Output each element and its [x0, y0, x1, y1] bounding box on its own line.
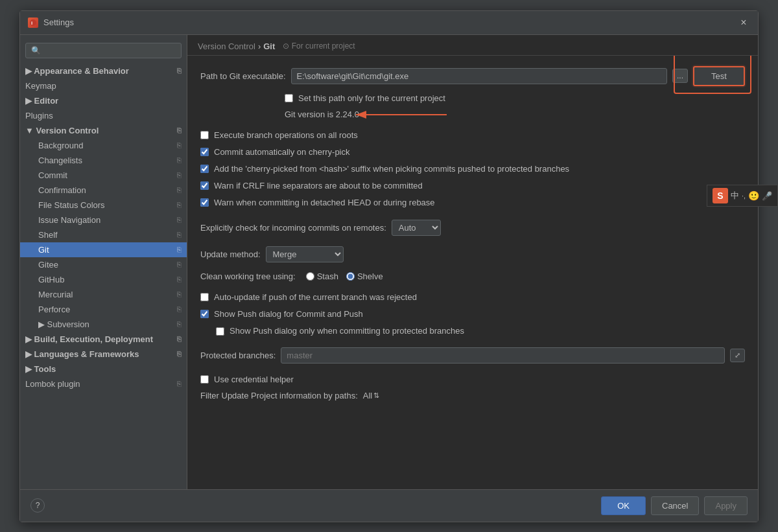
- breadcrumb: Version Control › Git ⊙ For current proj…: [187, 35, 758, 56]
- show-push-protected-row: Show Push dialog only when committing to…: [200, 325, 745, 337]
- update-method-row: Update method: Merge Rebase Branch Defau…: [200, 246, 745, 262]
- sidebar-item-languages-label: ▶ Languages & Frameworks: [25, 349, 139, 359]
- execute-branch-checkbox[interactable]: [200, 131, 209, 139]
- help-button[interactable]: ?: [30, 498, 45, 513]
- incoming-commits-label: Explicitly check for incoming commits on…: [200, 223, 386, 233]
- sidebar-item-changelists-label: Changelists: [38, 156, 82, 165]
- dialog-footer: ? OK Cancel Apply: [20, 489, 758, 522]
- show-push-checkbox[interactable]: [200, 310, 209, 318]
- sidebar-item-shelf[interactable]: Shelf ⎘: [20, 227, 187, 242]
- search-input[interactable]: [43, 46, 176, 55]
- browse-button[interactable]: ...: [672, 69, 688, 83]
- sidebar-item-gitee-label: Gitee: [38, 260, 58, 270]
- commit-cherry-pick-checkbox[interactable]: [200, 148, 209, 156]
- update-method-select[interactable]: Merge Rebase Branch Default: [266, 246, 344, 262]
- use-credential-row: Use credential helper: [200, 374, 745, 386]
- expand-protected-button[interactable]: ⤢: [730, 349, 745, 362]
- cl-copy-icon: ⎘: [177, 156, 182, 164]
- sidebar-item-commit-label: Commit: [38, 170, 67, 180]
- sidebar-item-gitee[interactable]: Gitee ⎘: [20, 257, 187, 272]
- sidebar-item-appearance-label: ▶ Appearance & Behavior: [25, 66, 129, 76]
- git-copy-icon: ⎘: [177, 246, 182, 253]
- shelve-radio[interactable]: [346, 272, 355, 281]
- show-push-label: Show Push dialog for Commit and Push: [214, 308, 363, 320]
- sidebar-item-tools[interactable]: ▶ Tools: [20, 362, 187, 376]
- warn-crlf-row: Warn if CRLF line separators are about t…: [200, 180, 745, 192]
- incoming-commits-select[interactable]: Auto Always Never: [392, 220, 441, 236]
- add-cherry-row: Add the 'cherry-picked from <hash>' suff…: [200, 163, 745, 175]
- sidebar-item-confirmation[interactable]: Confirmation ⎘: [20, 183, 187, 198]
- sidebar-item-lombok[interactable]: Lombok plugin ⎘: [20, 376, 187, 391]
- warn-crlf-checkbox[interactable]: [200, 181, 209, 190]
- filter-value-text: All: [363, 391, 372, 400]
- shelve-option: Shelve: [346, 272, 383, 281]
- commit-cherry-pick-label: Commit automatically on cherry-pick: [214, 146, 350, 158]
- sidebar-item-subversion[interactable]: ▶ Subversion ⎘: [20, 317, 187, 332]
- path-row: Path to Git executable: E:\software\git\…: [200, 66, 745, 86]
- sidebar-item-commit[interactable]: Commit ⎘: [20, 168, 187, 183]
- sidebar-item-changelists[interactable]: Changelists ⎘: [20, 153, 187, 168]
- push-protected-checkbox[interactable]: [216, 327, 224, 336]
- auto-update-label: Auto-update if push of the current branc…: [214, 292, 417, 303]
- sidebar-item-background-label: Background: [38, 141, 83, 150]
- clean-working-tree-row: Clean working tree using: Stash Shelve: [200, 272, 745, 281]
- warn-detached-label: Warn when committing in detached HEAD or…: [214, 197, 435, 209]
- use-credential-checkbox[interactable]: [200, 375, 209, 384]
- sidebar-item-editor-label: ▶ Editor: [25, 96, 58, 106]
- sidebar-item-build[interactable]: ▶ Build, Execution, Deployment ⎘: [20, 332, 187, 347]
- apply-button[interactable]: Apply: [704, 496, 748, 515]
- sidebar-item-mercurial[interactable]: Mercurial ⎘: [20, 287, 187, 302]
- add-cherry-checkbox[interactable]: [200, 165, 209, 173]
- search-icon: 🔍: [31, 46, 41, 55]
- sidebar-item-languages[interactable]: ▶ Languages & Frameworks ⎘: [20, 347, 187, 362]
- build-copy-icon: ⎘: [177, 335, 182, 343]
- title-bar: i Settings ×: [20, 11, 758, 35]
- sidebar-item-plugins[interactable]: Plugins: [20, 108, 187, 123]
- shelve-label: Shelve: [357, 272, 383, 281]
- sidebar-item-fsc-label: File Status Colors: [38, 200, 105, 210]
- dot-label: ·,: [742, 192, 746, 200]
- lang-copy-icon: ⎘: [177, 350, 182, 358]
- path-input[interactable]: E:\software\git\Git\cmd\git.exe: [291, 68, 667, 84]
- sidebar-item-file-status-colors[interactable]: File Status Colors ⎘: [20, 198, 187, 213]
- sidebar-item-background[interactable]: Background ⎘: [20, 138, 187, 153]
- protected-branches-input[interactable]: [281, 347, 725, 364]
- sidebar-item-git[interactable]: Git ⎘: [20, 242, 187, 257]
- conf-copy-icon: ⎘: [177, 186, 182, 194]
- sidebar-item-mercurial-label: Mercurial: [38, 290, 73, 299]
- set-path-label: Set this path only for the current proje…: [298, 93, 445, 104]
- sidebar-item-plugins-label: Plugins: [25, 111, 53, 121]
- warn-detached-row: Warn when committing in detached HEAD or…: [200, 197, 745, 209]
- sidebar-item-editor[interactable]: ▶ Editor: [20, 93, 187, 108]
- set-path-checkbox[interactable]: [285, 94, 293, 102]
- sidebar-item-version-control[interactable]: ▼ Version Control ⎘: [20, 123, 187, 138]
- s-icon: S: [713, 188, 728, 203]
- search-box[interactable]: 🔍: [25, 43, 182, 58]
- sidebar-item-appearance[interactable]: ▶ Appearance & Behavior ⎘: [20, 64, 187, 78]
- stash-label: Stash: [317, 272, 338, 281]
- close-button[interactable]: ×: [737, 16, 750, 29]
- sidebar-item-github[interactable]: GitHub ⎘: [20, 272, 187, 287]
- sidebar-item-issue-navigation[interactable]: Issue Navigation ⎘: [20, 213, 187, 227]
- auto-update-row: Auto-update if push of the current branc…: [200, 292, 745, 303]
- cancel-button[interactable]: Cancel: [651, 496, 699, 515]
- shelf-copy-icon: ⎘: [177, 231, 182, 238]
- sidebar-item-subversion-label: ▶ Subversion: [38, 319, 89, 329]
- bg-copy-icon: ⎘: [177, 141, 182, 149]
- warn-detached-checkbox[interactable]: [200, 198, 209, 207]
- clean-label: Clean working tree using:: [200, 272, 296, 281]
- test-button[interactable]: Test: [693, 66, 745, 86]
- auto-update-checkbox[interactable]: [200, 293, 209, 301]
- sidebar-item-keymap[interactable]: Keymap: [20, 78, 187, 93]
- sidebar-item-vc-label: ▼ Version Control: [25, 126, 99, 135]
- main-content: Version Control › Git ⊙ For current proj…: [187, 35, 758, 489]
- breadcrumb-for-project: ⊙ For current project: [283, 41, 355, 51]
- breadcrumb-current: Git: [263, 41, 275, 51]
- in-copy-icon: ⎘: [177, 216, 182, 224]
- sidebar-item-perforce[interactable]: Perforce ⎘: [20, 302, 187, 317]
- execute-branch-row: Execute branch operations on all roots: [200, 130, 745, 141]
- ok-button[interactable]: OK: [601, 496, 646, 515]
- sidebar-item-perforce-label: Perforce: [38, 305, 70, 314]
- filter-label: Filter Update Project information by pat…: [200, 391, 358, 400]
- stash-radio[interactable]: [306, 272, 314, 281]
